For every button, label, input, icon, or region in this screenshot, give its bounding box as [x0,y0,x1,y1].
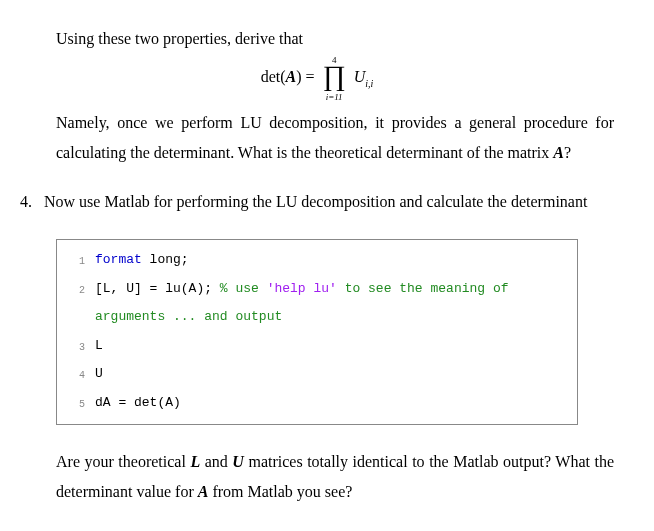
product-operator: 4 ∏ i=11 [323,62,346,95]
closing-text-d: from Matlab you see? [208,483,352,500]
intro-paragraph-2: Namely, once we perform LU decomposition… [56,108,614,169]
intro-paragraph-1: Using these two properties, derive that [56,24,614,54]
item-4-text: Now use Matlab for performing the LU dec… [44,187,614,217]
intro-paragraph-2-text-b: ? [564,144,571,161]
code-token-str: 'help lu' [267,281,337,296]
product-term-subscript: i,i [365,78,373,89]
code-token: long; [142,252,189,267]
code-text: L [95,332,577,361]
line-number: 3 [57,332,95,361]
matrix-variable-a-closing: A [198,483,209,500]
matlab-code-block: 1format long;2[L, U] = lu(A); % use 'hel… [56,239,578,425]
line-number: 1 [57,246,95,275]
problem-item-4: 4. Now use Matlab for performing the LU … [20,187,614,217]
matrix-variable-l: L [190,453,200,470]
code-text: format long; [95,246,577,275]
code-line: 5dA = det(A) [57,389,577,418]
code-token: [L, U] = lu(A); [95,281,220,296]
code-line: 3L [57,332,577,361]
close-equals: ) = [296,69,318,86]
product-lower-bound: i=11 [323,89,346,106]
code-line: 1format long; [57,246,577,275]
matrix-variable-u: U [232,453,244,470]
matrix-variable-a-inline: A [553,144,564,161]
matrix-variable-a: A [286,69,297,86]
item-number: 4. [20,187,44,217]
line-number: 4 [57,360,95,389]
code-token-com: % use [220,281,267,296]
code-token: L [95,338,103,353]
code-text: dA = det(A) [95,389,577,418]
code-token-kw: format [95,252,142,267]
code-text: U [95,360,577,389]
determinant-formula: det(A) = 4 ∏ i=11 Ui,i [20,62,614,95]
closing-paragraph: Are your theoretical L and U matrices to… [56,447,614,508]
product-term-variable: U [354,69,366,86]
line-number: 5 [57,389,95,418]
code-line: 2[L, U] = lu(A); % use 'help lu' to see … [57,275,577,332]
product-upper-bound: 4 [323,52,346,69]
det-label: det( [261,69,286,86]
closing-text-a: Are your theoretical [56,453,190,470]
line-number: 2 [57,275,95,332]
intro-paragraph-2-text-a: Namely, once we perform LU decomposition… [56,114,614,161]
code-line: 4U [57,360,577,389]
code-text: [L, U] = lu(A); % use 'help lu' to see t… [95,275,577,332]
code-token: dA = det(A) [95,395,181,410]
closing-text-b: and [200,453,232,470]
code-token: U [95,366,103,381]
